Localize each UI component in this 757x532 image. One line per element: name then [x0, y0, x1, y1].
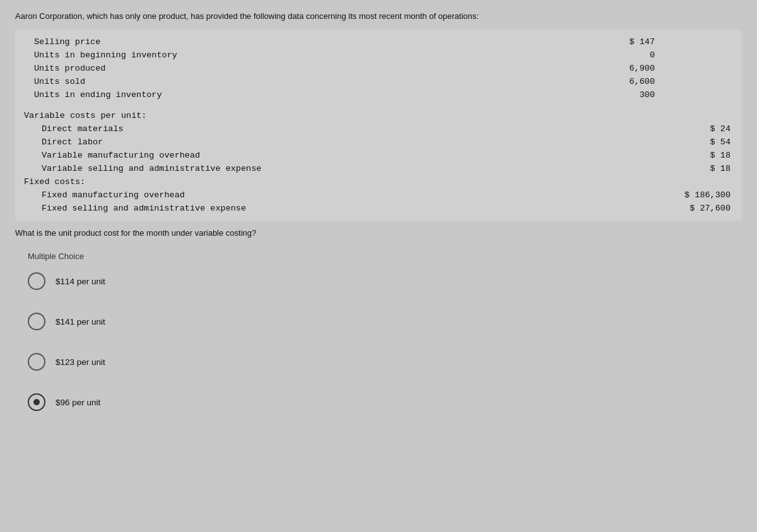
choice-label-4: $96 per unit: [56, 398, 100, 407]
table-row: Variable manufacturing overhead $ 18: [24, 149, 733, 161]
row-value: 0: [582, 50, 657, 60]
row-value2: [657, 64, 733, 73]
empty: [582, 190, 657, 200]
choice-label-3: $123 per unit: [56, 357, 105, 367]
row-value: $ 147: [582, 37, 657, 47]
row-label: Fixed selling and administrative expense: [24, 204, 582, 213]
row-label: Units sold: [24, 77, 582, 86]
choice-item-4[interactable]: $96 per unit: [28, 393, 729, 411]
empty: [582, 124, 657, 134]
empty: [582, 111, 657, 120]
table-row: Variable selling and administrative expe…: [24, 163, 733, 175]
multiple-choice-section: Multiple Choice $114 per unit $141 per u…: [15, 244, 742, 521]
row-label: Units in ending inventory: [24, 90, 582, 100]
row-value2: [657, 37, 733, 47]
radio-button-2[interactable]: [28, 313, 45, 330]
row-value: 6,600: [582, 77, 657, 86]
radio-inner-4: [33, 399, 40, 405]
row-value: $ 54: [657, 137, 733, 147]
empty: [582, 177, 657, 187]
choice-item-2[interactable]: $141 per unit: [28, 313, 729, 330]
page-container: Aaron Corporation, which has only one pr…: [0, 0, 757, 532]
choice-label-2: $141 per unit: [56, 317, 105, 327]
intro-text: Aaron Corporation, which has only one pr…: [15, 11, 742, 21]
radio-button-1[interactable]: [28, 272, 45, 290]
table-row: Units produced 6,900: [24, 62, 733, 74]
row-value: 6,900: [582, 64, 657, 73]
empty: [657, 111, 733, 120]
section-header-row: Fixed costs:: [24, 176, 733, 188]
row-value2: [657, 90, 733, 100]
row-label: Units in beginning inventory: [24, 50, 582, 60]
empty: [657, 177, 733, 187]
section-header: Fixed costs:: [24, 177, 582, 187]
choice-item-1[interactable]: $114 per unit: [28, 272, 729, 290]
empty: [582, 204, 657, 213]
row-label: Units produced: [24, 64, 582, 73]
row-value: $ 186,300: [657, 190, 733, 200]
data-section: Selling price $ 147 Units in beginning i…: [15, 30, 742, 221]
row-value: $ 18: [657, 164, 733, 173]
radio-button-4[interactable]: [28, 393, 45, 411]
empty: [582, 151, 657, 160]
table-row: Direct labor $ 54: [24, 136, 733, 148]
row-value2: [657, 50, 733, 60]
table-row: Fixed manufacturing overhead $ 186,300: [24, 189, 733, 201]
table-row: Units in beginning inventory 0: [24, 49, 733, 61]
table-row: Fixed selling and administrative expense…: [24, 202, 733, 214]
empty: [582, 164, 657, 173]
question-text: What is the unit product cost for the mo…: [15, 228, 742, 238]
row-label: Direct labor: [24, 137, 582, 147]
table-row: Selling price $ 147: [24, 36, 733, 48]
row-label: Selling price: [24, 37, 582, 47]
section-header: Variable costs per unit:: [24, 111, 582, 120]
row-label: Direct materials: [24, 124, 582, 134]
choice-label-1: $114 per unit: [56, 277, 105, 286]
multiple-choice-label: Multiple Choice: [28, 252, 729, 261]
empty: [582, 137, 657, 147]
table-row: Units in ending inventory 300: [24, 89, 733, 101]
row-label: Fixed manufacturing overhead: [24, 190, 582, 200]
table-row: Units sold 6,600: [24, 76, 733, 88]
section-header-row: Variable costs per unit:: [24, 110, 733, 122]
row-value2: [657, 77, 733, 86]
row-value: $ 24: [657, 124, 733, 134]
choice-item-3[interactable]: $123 per unit: [28, 353, 729, 371]
row-label: Variable manufacturing overhead: [24, 151, 582, 160]
radio-button-3[interactable]: [28, 353, 45, 371]
row-value: 300: [582, 90, 657, 100]
row-value: $ 18: [657, 151, 733, 160]
table-row: Direct materials $ 24: [24, 123, 733, 135]
row-label: Variable selling and administrative expe…: [24, 164, 582, 173]
row-value: $ 27,600: [657, 204, 733, 213]
